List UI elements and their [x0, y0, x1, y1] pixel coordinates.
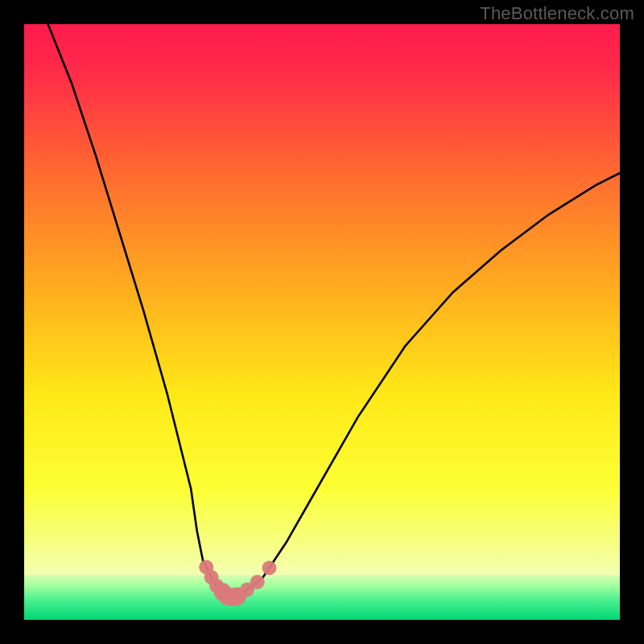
curve-marker — [262, 561, 277, 576]
chart-frame: TheBottleneck.com — [0, 0, 644, 644]
curve-marker — [250, 575, 265, 589]
watermark-text: TheBottleneck.com — [480, 3, 634, 24]
bottleneck-curve — [48, 24, 620, 597]
plot-area — [24, 24, 620, 620]
curve-layer — [24, 24, 620, 620]
curve-markers — [199, 560, 276, 606]
